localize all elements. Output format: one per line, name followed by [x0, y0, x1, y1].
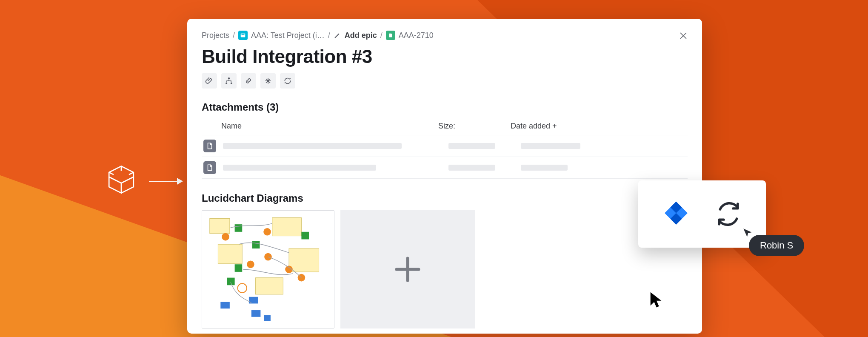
attachment-row[interactable]	[202, 135, 688, 157]
diagram-thumbnail[interactable]	[202, 210, 334, 328]
document-icon	[203, 161, 216, 174]
attachments-header-row: Name Size: Date added +	[202, 118, 688, 135]
svg-point-15	[222, 233, 229, 241]
pencil-icon	[334, 31, 341, 39]
attachments-heading: Attachments (3)	[202, 101, 688, 113]
svg-rect-23	[251, 310, 261, 317]
jira-icon	[661, 199, 691, 229]
placeholder	[223, 143, 402, 149]
svg-rect-7	[289, 248, 319, 272]
asterisk-icon	[264, 77, 272, 85]
collaborator-label: Robin S	[749, 235, 804, 256]
svg-rect-8	[218, 244, 242, 263]
arrow-right-icon	[149, 177, 183, 186]
svg-rect-11	[252, 241, 260, 248]
placeholder	[521, 165, 568, 171]
refresh-button[interactable]	[280, 73, 295, 89]
placeholder	[448, 165, 495, 171]
subtask-button[interactable]	[221, 73, 237, 89]
breadcrumb-add-epic[interactable]: Add epic	[334, 31, 377, 40]
document-icon	[203, 140, 216, 152]
paperclip-icon	[205, 77, 214, 85]
placeholder	[223, 165, 376, 171]
lucidchart-heading: Lucidchart Diagrams	[202, 192, 688, 204]
svg-point-4	[231, 83, 232, 84]
close-button[interactable]	[677, 30, 689, 42]
svg-rect-13	[301, 232, 309, 240]
refresh-icon	[283, 77, 292, 85]
issue-dialog: Projects / AAA: Test Project (i… / Add e…	[187, 19, 702, 334]
breadcrumb-projects[interactable]: Projects	[202, 31, 229, 40]
breadcrumb-issue-key: AAA-2710	[399, 31, 434, 40]
svg-rect-12	[235, 264, 243, 272]
svg-rect-6	[272, 217, 302, 236]
add-diagram-tile[interactable]	[340, 210, 475, 328]
svg-point-18	[247, 260, 254, 268]
breadcrumb-project-label: AAA: Test Project (i…	[251, 31, 325, 40]
svg-rect-14	[227, 278, 235, 286]
svg-rect-25	[264, 315, 271, 321]
plus-icon	[392, 254, 423, 285]
issue-type-icon	[386, 31, 395, 40]
breadcrumb-project[interactable]: AAA: Test Project (i…	[238, 31, 325, 40]
link-icon	[244, 77, 253, 85]
svg-point-2	[228, 77, 230, 79]
svg-rect-22	[220, 302, 230, 308]
page-title: Build Integration #3	[202, 46, 688, 67]
col-name[interactable]: Name	[221, 122, 438, 131]
svg-rect-1	[242, 34, 245, 35]
collaborator-cursor-icon	[742, 227, 753, 238]
col-date[interactable]: Date added +	[511, 122, 688, 131]
placeholder	[448, 143, 495, 149]
attach-button[interactable]	[202, 73, 217, 89]
breadcrumb: Projects / AAA: Test Project (i… / Add e…	[202, 31, 688, 40]
svg-rect-5	[210, 218, 230, 233]
breadcrumb-separator: /	[328, 31, 330, 40]
svg-point-3	[226, 83, 227, 84]
mouse-cursor-icon	[649, 291, 664, 308]
svg-point-21	[237, 283, 247, 293]
svg-point-19	[264, 253, 272, 261]
svg-rect-10	[235, 224, 243, 232]
svg-point-16	[263, 228, 271, 236]
placeholder	[521, 143, 580, 149]
lucid-logo-icon	[102, 161, 140, 199]
breadcrumb-separator: /	[233, 31, 235, 40]
toolbar	[202, 73, 688, 89]
hierarchy-icon	[225, 77, 233, 85]
link-button[interactable]	[241, 73, 256, 89]
more-actions-button[interactable]	[260, 73, 276, 89]
svg-rect-9	[256, 278, 283, 294]
project-type-icon	[238, 31, 248, 40]
col-size[interactable]: Size:	[438, 122, 511, 131]
lucidchart-grid	[202, 210, 688, 328]
svg-rect-0	[241, 34, 246, 37]
svg-rect-24	[249, 297, 258, 304]
breadcrumb-issue[interactable]: AAA-2710	[386, 31, 434, 40]
breadcrumb-separator: /	[380, 31, 383, 40]
sync-icon	[714, 199, 743, 229]
attachment-row[interactable]	[202, 157, 688, 179]
add-epic-label: Add epic	[345, 31, 377, 40]
